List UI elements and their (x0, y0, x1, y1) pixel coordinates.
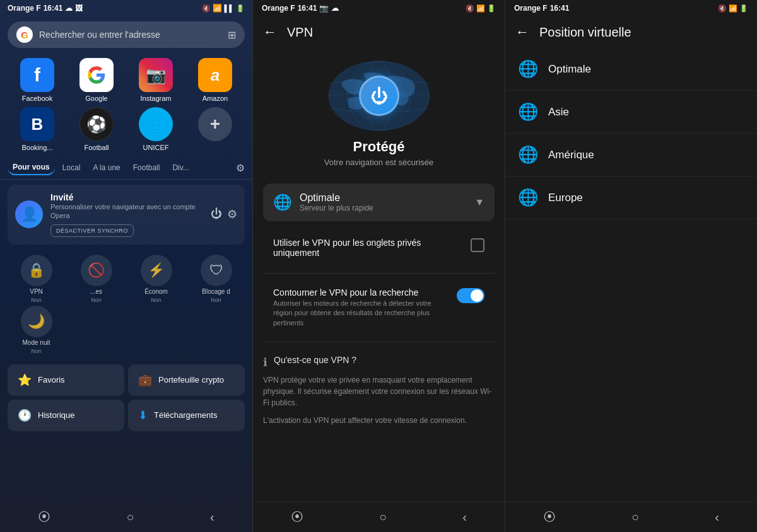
quick-ad[interactable]: 🚫 ...es Non (67, 255, 125, 303)
vpn-private-checkbox[interactable] (471, 238, 484, 252)
vpn-info-header: ℹ Qu'est-ce que VPN ? (263, 355, 495, 369)
tab-pour-vous[interactable]: Pour vous (8, 160, 55, 175)
vpn-page-title: VPN (287, 25, 313, 40)
location-amerique[interactable]: 🌐 Amérique (505, 134, 757, 176)
app-booking[interactable]: B Booking... (10, 107, 64, 151)
vpn-power-button[interactable]: ⏻ (359, 76, 399, 116)
google-label: Google (85, 95, 107, 102)
block-quick-label: Blocage d (202, 288, 230, 295)
location-optimale[interactable]: 🌐 Optimale (505, 48, 757, 91)
vpn-globe-container: ⏻ (322, 58, 436, 134)
tab-a-la-une[interactable]: A la une (88, 161, 125, 175)
mute-icon-1: 🔇 (202, 4, 211, 13)
block-quick-icon: 🛡 (201, 255, 232, 286)
unicef-label: UNICEF (143, 144, 169, 151)
cloud-icon-1: ☁ (65, 4, 73, 13)
tab-div[interactable]: Div... (167, 161, 194, 175)
booking-label: Booking... (22, 144, 53, 151)
quick-night[interactable]: 🌙 Mode nuit Non (8, 306, 65, 354)
server-info: Optimale Serveur le plus rapide (300, 192, 467, 212)
asie-label: Asie (548, 106, 744, 119)
recents-nav-btn-2[interactable]: ⦿ (291, 510, 303, 524)
recents-nav-btn[interactable]: ⦿ (38, 510, 50, 524)
back-nav-btn-2[interactable]: ‹ (462, 510, 467, 524)
block-quick-sub: Non (211, 297, 221, 303)
history-icon: 🕐 (18, 408, 32, 422)
vpn-info-icon: ℹ (263, 356, 267, 369)
virtual-position-screen: Orange F 16:41 🔇 📶 🔋 ← Position virtuell… (505, 0, 757, 532)
tab-local[interactable]: Local (57, 161, 86, 175)
downloads-icon: ⬇ (138, 408, 148, 422)
vpn-quick-sub: Non (31, 297, 42, 303)
football-icon: ⚽ (79, 107, 114, 141)
more-tabs-icon[interactable]: ⚙ (236, 162, 245, 174)
ad-quick-label: ...es (90, 288, 102, 295)
vpn-bypass-toggle[interactable] (457, 288, 484, 303)
search-bar[interactable]: G Rechercher ou entrer l'adresse ⊞ (8, 21, 245, 48)
home-nav-btn[interactable]: ○ (127, 510, 134, 524)
quick-economy[interactable]: ⚡ Économ Non (127, 255, 185, 303)
qr-icon[interactable]: ⊞ (228, 29, 236, 41)
photo-icon-1: 🖼 (75, 4, 83, 13)
europe-label: Europe (548, 192, 744, 204)
app-add[interactable]: + (188, 107, 242, 151)
server-dropdown-icon: ▼ (474, 197, 484, 208)
time-1: 16:41 (44, 4, 63, 13)
back-nav-btn-3[interactable]: ‹ (715, 510, 719, 524)
app-instagram[interactable]: 📷 Instagram (129, 58, 183, 102)
vpn-screen: Orange F 16:41 📷 ☁ 🔇 📶 🔋 ← VPN (252, 0, 505, 532)
facebook-icon: f (20, 58, 54, 92)
home-screen: Orange F 16:41 ☁ 🖼 🔇 📶 ▌▌ 🔋 G Rechercher… (0, 0, 252, 532)
tab-football[interactable]: Football (128, 161, 165, 175)
nav-bar-3: ⦿ ○ ‹ (505, 502, 757, 532)
battery-icon-2: 🔋 (487, 4, 496, 13)
economy-quick-label: Économ (144, 288, 168, 295)
power-button[interactable]: ⏻ (211, 207, 222, 221)
carrier-3: Orange F (514, 4, 548, 13)
location-europe[interactable]: 🌐 Europe (505, 176, 757, 219)
unicef-icon: 🌐 (139, 107, 173, 141)
amerique-label: Amérique (548, 149, 744, 161)
vpn-back-button[interactable]: ← (263, 24, 277, 40)
app-amazon[interactable]: a Amazon (188, 58, 242, 102)
vp-back-button[interactable]: ← (515, 24, 529, 40)
history-menu-item[interactable]: 🕐 Historique (8, 400, 124, 431)
app-unicef[interactable]: 🌐 UNICEF (129, 107, 183, 151)
time-3: 16:41 (550, 4, 570, 13)
google-logo: G (16, 26, 33, 43)
google-icon (79, 58, 114, 92)
vpn-bypass-text: Contourner le VPN pour la recherche Auto… (273, 287, 449, 328)
instagram-icon: 📷 (139, 58, 173, 92)
status-bar-2: Orange F 16:41 📷 ☁ 🔇 📶 🔋 (253, 0, 505, 16)
crypto-menu-item[interactable]: 💼 Portefeuille crypto (128, 364, 245, 396)
economy-quick-sub: Non (151, 297, 161, 303)
back-nav-btn[interactable]: ‹ (210, 510, 214, 524)
downloads-menu-item[interactable]: ⬇ Téléchargements (128, 400, 245, 431)
search-input[interactable]: Rechercher ou entrer l'adresse (39, 30, 221, 40)
favorites-menu-item[interactable]: ⭐ Favoris (8, 364, 124, 396)
quick-vpn[interactable]: 🔒 VPN Non (8, 255, 65, 303)
vpn-info-title: Qu'est-ce que VPN ? (274, 355, 356, 365)
location-asie[interactable]: 🌐 Asie (505, 91, 757, 134)
app-facebook[interactable]: f Facebook (10, 58, 64, 102)
settings-button[interactable]: ⚙ (227, 207, 237, 221)
amazon-label: Amazon (202, 95, 228, 102)
battery-icon-3: 🔋 (739, 4, 748, 13)
recents-nav-btn-3[interactable]: ⦿ (543, 510, 556, 524)
carrier-1: Orange F (8, 4, 41, 13)
profile-name: Invité (50, 192, 203, 202)
server-globe-icon: 🌐 (273, 194, 292, 211)
time-2: 16:41 (298, 4, 317, 13)
vp-page-title: Position virtuelle (539, 25, 631, 40)
sync-button[interactable]: DÉSACTIVER SYNCHRO (50, 224, 134, 237)
app-grid: f Facebook Google 📷 Instagram a Amazon B… (0, 53, 252, 156)
home-nav-btn-2[interactable]: ○ (379, 510, 387, 524)
quick-block[interactable]: 🛡 Blocage d Non (187, 255, 245, 303)
status-bar-1: Orange F 16:41 ☁ 🖼 🔇 📶 ▌▌ 🔋 (0, 0, 252, 16)
app-google[interactable]: Google (69, 58, 124, 102)
home-nav-btn-3[interactable]: ○ (631, 510, 639, 524)
vpn-info-text2: L'activation du VPN peut affecter votre … (263, 415, 495, 426)
app-football[interactable]: ⚽ Football (69, 107, 124, 151)
night-quick-icon: 🌙 (21, 306, 52, 337)
server-selector[interactable]: 🌐 Optimale Serveur le plus rapide ▼ (263, 183, 495, 221)
